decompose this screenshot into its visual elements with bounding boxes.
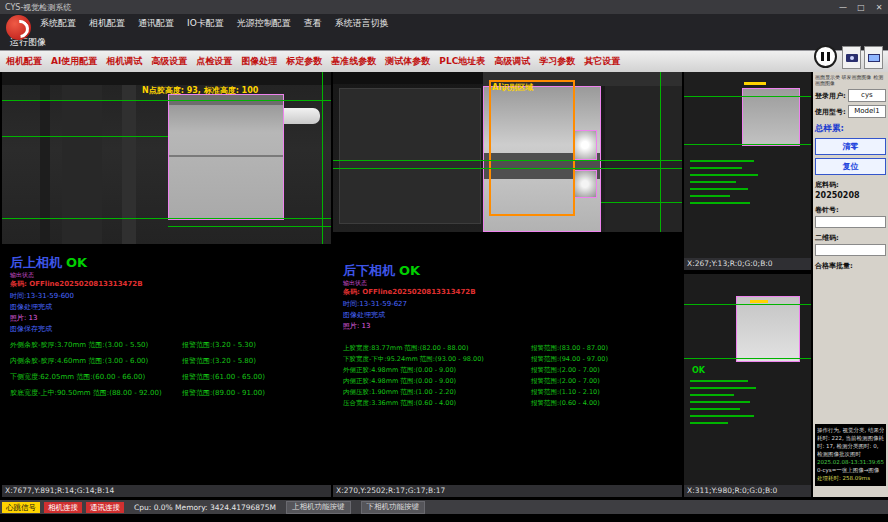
- toolbar-advanced-debug[interactable]: 高级调试: [494, 55, 530, 68]
- menu-item-comm-config[interactable]: 通讯配置: [138, 17, 174, 30]
- menu-item-system-config[interactable]: 系统配置: [40, 17, 76, 30]
- product-region: [736, 296, 800, 362]
- toolbar-advanced-settings[interactable]: 高级设置: [151, 55, 187, 68]
- minimize-button[interactable]: —: [834, 0, 852, 14]
- needle-value: [815, 216, 886, 228]
- camera-image-middle[interactable]: AI识别区域: [333, 72, 682, 232]
- camera-result-title: 后下相机OK: [343, 262, 420, 280]
- barcode-text: 条码: OFFline2025020813313472B: [10, 279, 143, 289]
- result-ok-badge: OK: [66, 255, 87, 270]
- barcode-text: 条码: OFFline2025020813313472B: [343, 287, 476, 297]
- camera-view-left[interactable]: N点胶高度: 93, 标准高度: 100 后上相机OK 输出状态 条码: OFF…: [2, 72, 331, 497]
- bottom-camera-keys-button[interactable]: 下相机功能按键: [361, 501, 426, 514]
- thumbnail-camera-1[interactable]: X:267;Y:13;R:0;G:0;B:0: [684, 72, 811, 270]
- monitor-icon: [868, 54, 880, 62]
- toolbar-spot-check-settings[interactable]: 点检设置: [196, 55, 232, 68]
- performance-text: Cpu: 0.0% Memory: 3424.41796875M: [134, 503, 276, 512]
- menu-item-language-switch[interactable]: 系统语言切换: [335, 17, 389, 30]
- camera-icon: [846, 54, 858, 62]
- heartbeat-indicator: 心跳信号: [2, 502, 40, 513]
- material-code-value: 20250208: [815, 191, 886, 200]
- photo-count-text: 照片: 13: [343, 321, 371, 331]
- save-done-text: 图像保存完成: [10, 324, 52, 334]
- time-text: 时间:13-31-59-600: [10, 291, 74, 301]
- needle-label: 卷针号:: [815, 205, 886, 215]
- glow-spot: [573, 170, 597, 198]
- login-user-value: cys: [848, 89, 886, 102]
- monitor-button[interactable]: [864, 46, 883, 69]
- toolbar-other-settings[interactable]: 其它设置: [584, 55, 620, 68]
- stat-line: 耗时: 222, 当前检测图像耗: [817, 434, 884, 442]
- toolbar-camera-debug[interactable]: 相机调试: [106, 55, 142, 68]
- measurement-row: 压合宽度:3.36mm 范围:(0.60 - 4.00)报警范围:(0.60 -…: [343, 399, 679, 410]
- toolbar-plc-address-table[interactable]: PLC地址表: [439, 55, 485, 68]
- rate-label: 合格率批量:: [815, 261, 886, 271]
- ai-roi-label: AI识别区域: [492, 82, 533, 93]
- camera-name: 后下相机: [343, 263, 395, 278]
- window-controls: — □ ✕: [834, 0, 888, 14]
- stat-line: 0-cys=一张上图像→图像: [817, 466, 884, 474]
- pixel-info-bar: X:270,Y:2502;R:17;G:17;B:17: [333, 485, 682, 497]
- machine-block: [2, 72, 331, 85]
- measurement-row: 胶底宽度-上中:90.50mm 范围:(88.00 - 92.00)报警范围:(…: [10, 388, 328, 404]
- toolbar-baseline-params[interactable]: 基准线参数: [331, 55, 376, 68]
- menu-item-camera-config[interactable]: 相机配置: [89, 17, 125, 30]
- measurement-row: 下胶宽度-下中:95.24mm 范围:(93.00 - 98.00)报警范围:(…: [343, 355, 679, 366]
- display-mode-caption: 画面显示类 研发画面图像 检测画面图像: [815, 74, 886, 86]
- pause-icon: [821, 52, 824, 61]
- toolbar-calibration-params[interactable]: 标定参数: [286, 55, 322, 68]
- menu-item-io-config[interactable]: IO卡配置: [187, 17, 224, 30]
- stats-panel: 操作行为, 视觉分类, 结果分类 耗时: 222, 当前检测图像耗 时: 17,…: [815, 424, 886, 486]
- photo-count-text: 照片: 13: [10, 313, 38, 323]
- menu-bar: 系统配置 相机配置 通讯配置 IO卡配置 光源控制配置 查看 系统语言切换: [0, 14, 888, 32]
- overlay-marker: [750, 300, 768, 303]
- ai-roi-box: [489, 80, 575, 216]
- measurement-row: 上胶宽度:83.77mm 范围:(82.00 - 88.00)报警范围:(83.…: [343, 344, 679, 355]
- title-bar: CYS-视觉检测系统 — □ ✕: [0, 0, 888, 14]
- pixel-info-bar: X:267;Y:13;R:0;G:0;B:0: [684, 258, 811, 270]
- result-ok-badge: OK: [399, 263, 420, 278]
- measurement-row: 内侧余胶-胶厚:4.60mm 范围:(3.00 - 6.00)报警范围:(3.2…: [10, 356, 328, 372]
- top-camera-keys-button[interactable]: 上相机功能按键: [286, 501, 351, 514]
- comm-link-indicator: 通讯连接: [86, 502, 124, 513]
- toolbar-camera-config[interactable]: 相机配置: [6, 55, 42, 68]
- stat-line: 操作行为, 视觉分类, 结果分类: [817, 426, 884, 434]
- guide-line-h: [601, 202, 682, 203]
- toolbar-test-body-params[interactable]: 测试体参数: [385, 55, 430, 68]
- toolbar-image-processing[interactable]: 图像处理: [241, 55, 277, 68]
- toolbar-learning-params[interactable]: 学习参数: [539, 55, 575, 68]
- camera-link-indicator: 相机连接: [44, 502, 82, 513]
- login-user-label: 登录用户:: [815, 91, 846, 101]
- camera-capture-button[interactable]: [842, 46, 861, 69]
- menu-item-view[interactable]: 查看: [304, 17, 322, 30]
- thumbnail-image-1[interactable]: [684, 72, 811, 258]
- stat-line: 检测图像批次图时: [817, 450, 884, 458]
- clamp-arm: [284, 108, 320, 124]
- clear-button[interactable]: 清零: [815, 138, 886, 155]
- measurement-list: 上胶宽度:83.77mm 范围:(82.00 - 88.00)报警范围:(83.…: [343, 344, 679, 410]
- overlay-marker: [744, 82, 766, 85]
- toolbar-ai-config[interactable]: AI使用配置: [51, 55, 97, 68]
- close-button[interactable]: ✕: [870, 0, 888, 14]
- camera-name: 后上相机: [10, 255, 62, 270]
- measurement-row: 内侧压胶:1.90mm 范围:(1.00 - 2.20)报警范围:(1.10 -…: [343, 388, 679, 399]
- stat-line: 2025.02.08-13:31:39:65: [817, 458, 884, 466]
- window-title: CYS-视觉检测系统: [0, 2, 71, 13]
- reset-button[interactable]: 复位: [815, 158, 886, 175]
- measurement-row: 内侧正胶:4.98mm 范围:(0.00 - 9.00)报警范围:(2.00 -…: [343, 377, 679, 388]
- guide-line-h: [333, 168, 682, 169]
- menu-item-light-config[interactable]: 光源控制配置: [237, 17, 291, 30]
- camera-image-left[interactable]: N点胶高度: 93, 标准高度: 100: [2, 72, 331, 244]
- material-code-label: 底料码:: [815, 180, 886, 190]
- pause-button[interactable]: [814, 45, 837, 68]
- camera-view-middle[interactable]: AI识别区域 后下相机OK 输出状态 条码: OFFline2025020813…: [333, 72, 682, 497]
- height-overlay-text: N点胶高度: 93, 标准高度: 100: [142, 85, 258, 96]
- thumbnail-image-2[interactable]: OK: [684, 274, 811, 485]
- stat-line: 时: 17, 检测分类图时: 0,: [817, 442, 884, 450]
- maximize-button[interactable]: □: [852, 0, 870, 14]
- right-panel: 画面显示类 研发画面图像 检测画面图像 登录用户: cys 使用型号: Mode…: [813, 72, 888, 497]
- guide-line-h: [168, 226, 331, 227]
- time-text: 时间:13-31-59-627: [343, 299, 407, 309]
- thumbnail-camera-2[interactable]: OK X:311;Y:980;R:0;G:0;B:0: [684, 274, 811, 497]
- guide-line-h: [2, 218, 331, 219]
